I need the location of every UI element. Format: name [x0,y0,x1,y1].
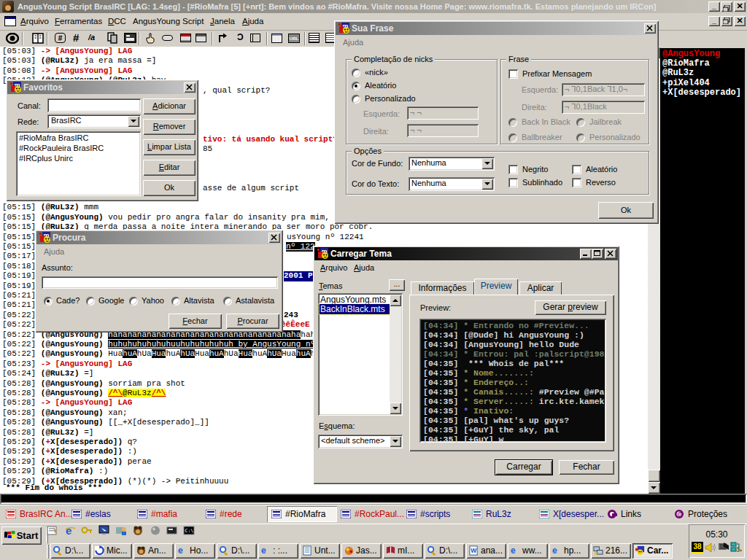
svg-text:W: W [471,547,476,554]
svg-text:C:\: C:\ [185,528,194,534]
svg-text:e: e [511,545,516,556]
svg-text:e: e [552,545,557,556]
svg-text:e: e [178,545,183,556]
svg-text:e: e [261,545,266,556]
svg-text:e: e [66,525,71,536]
svg-text:@: @ [677,510,684,518]
